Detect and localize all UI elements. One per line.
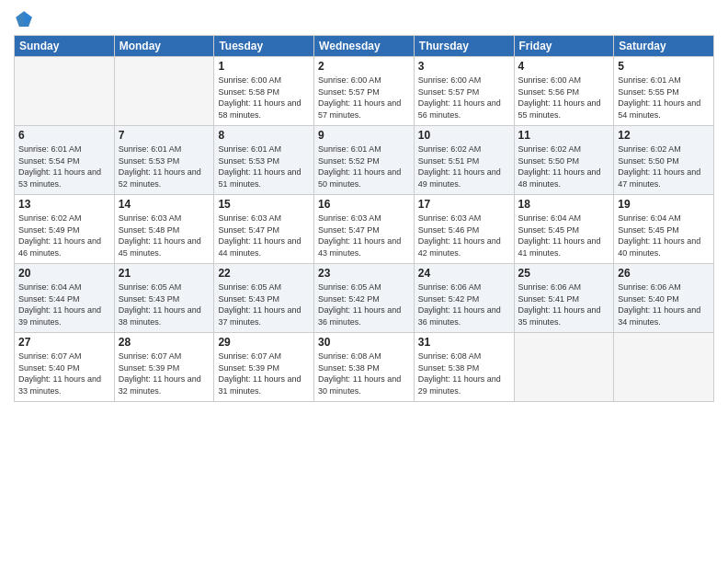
day-info: Sunrise: 6:01 AM Sunset: 5:52 PM Dayligh…: [318, 144, 410, 190]
day-number: 21: [119, 267, 210, 280]
day-info: Sunrise: 6:04 AM Sunset: 5:45 PM Dayligh…: [618, 213, 710, 259]
calendar-cell: 28Sunrise: 6:07 AM Sunset: 5:39 PM Dayli…: [114, 333, 214, 402]
calendar-cell: 8Sunrise: 6:01 AM Sunset: 5:53 PM Daylig…: [214, 126, 314, 195]
day-number: 15: [218, 198, 310, 211]
day-number: 4: [518, 60, 610, 73]
day-info: Sunrise: 6:07 AM Sunset: 5:40 PM Dayligh…: [18, 350, 110, 396]
day-number: 6: [18, 129, 110, 142]
col-header-friday: Friday: [514, 36, 614, 57]
day-info: Sunrise: 6:06 AM Sunset: 5:41 PM Dayligh…: [518, 282, 610, 327]
calendar-cell: 3Sunrise: 6:00 AM Sunset: 5:57 PM Daylig…: [414, 57, 514, 126]
calendar-header-row: SundayMondayTuesdayWednesdayThursdayFrid…: [15, 36, 714, 57]
day-number: 25: [518, 267, 610, 280]
day-number: 16: [318, 198, 410, 211]
day-info: Sunrise: 6:08 AM Sunset: 5:38 PM Dayligh…: [418, 350, 510, 396]
calendar-cell: 4Sunrise: 6:00 AM Sunset: 5:56 PM Daylig…: [514, 57, 614, 126]
calendar-cell: [514, 333, 614, 402]
calendar-week-3: 13Sunrise: 6:02 AM Sunset: 5:49 PM Dayli…: [15, 195, 714, 264]
day-info: Sunrise: 6:05 AM Sunset: 5:43 PM Dayligh…: [218, 282, 310, 327]
col-header-wednesday: Wednesday: [314, 36, 415, 57]
calendar-cell: 7Sunrise: 6:01 AM Sunset: 5:53 PM Daylig…: [114, 126, 214, 195]
calendar-cell: 27Sunrise: 6:07 AM Sunset: 5:40 PM Dayli…: [15, 333, 115, 402]
day-info: Sunrise: 6:05 AM Sunset: 5:42 PM Dayligh…: [318, 282, 410, 327]
page: SundayMondayTuesdayWednesdayThursdayFrid…: [0, 0, 728, 563]
day-info: Sunrise: 6:01 AM Sunset: 5:55 PM Dayligh…: [618, 75, 710, 121]
calendar: SundayMondayTuesdayWednesdayThursdayFrid…: [14, 35, 714, 402]
day-number: 9: [318, 129, 410, 142]
day-number: 23: [318, 267, 410, 280]
day-number: 5: [618, 60, 710, 73]
day-info: Sunrise: 6:00 AM Sunset: 5:57 PM Dayligh…: [418, 75, 510, 121]
calendar-cell: 16Sunrise: 6:03 AM Sunset: 5:47 PM Dayli…: [314, 195, 415, 264]
day-number: 24: [418, 267, 510, 280]
day-number: 30: [318, 336, 410, 349]
calendar-cell: 13Sunrise: 6:02 AM Sunset: 5:49 PM Dayli…: [15, 195, 115, 264]
day-number: 20: [18, 267, 110, 280]
calendar-cell: 10Sunrise: 6:02 AM Sunset: 5:51 PM Dayli…: [414, 126, 514, 195]
day-info: Sunrise: 6:03 AM Sunset: 5:46 PM Dayligh…: [418, 213, 510, 259]
calendar-cell: 14Sunrise: 6:03 AM Sunset: 5:48 PM Dayli…: [114, 195, 214, 264]
day-number: 28: [119, 336, 210, 349]
calendar-week-1: 1Sunrise: 6:00 AM Sunset: 5:58 PM Daylig…: [15, 57, 714, 126]
day-number: 12: [618, 129, 710, 142]
logo-icon: [14, 9, 34, 29]
calendar-cell: 17Sunrise: 6:03 AM Sunset: 5:46 PM Dayli…: [414, 195, 514, 264]
calendar-cell: 5Sunrise: 6:01 AM Sunset: 5:55 PM Daylig…: [614, 57, 714, 126]
calendar-week-5: 27Sunrise: 6:07 AM Sunset: 5:40 PM Dayli…: [15, 333, 714, 402]
day-number: 19: [618, 198, 710, 211]
day-info: Sunrise: 6:01 AM Sunset: 5:53 PM Dayligh…: [218, 144, 310, 190]
calendar-cell: [614, 333, 714, 402]
day-number: 17: [418, 198, 510, 211]
day-info: Sunrise: 6:01 AM Sunset: 5:53 PM Dayligh…: [119, 144, 210, 190]
day-info: Sunrise: 6:01 AM Sunset: 5:54 PM Dayligh…: [18, 144, 110, 190]
calendar-cell: 26Sunrise: 6:06 AM Sunset: 5:40 PM Dayli…: [614, 264, 714, 333]
calendar-cell: 29Sunrise: 6:07 AM Sunset: 5:39 PM Dayli…: [214, 333, 314, 402]
day-info: Sunrise: 6:00 AM Sunset: 5:58 PM Dayligh…: [218, 75, 310, 121]
day-number: 11: [518, 129, 610, 142]
calendar-cell: 6Sunrise: 6:01 AM Sunset: 5:54 PM Daylig…: [15, 126, 115, 195]
day-info: Sunrise: 6:06 AM Sunset: 5:40 PM Dayligh…: [618, 282, 710, 327]
calendar-cell: 20Sunrise: 6:04 AM Sunset: 5:44 PM Dayli…: [15, 264, 115, 333]
logo: [14, 9, 38, 29]
calendar-cell: [114, 57, 214, 126]
col-header-sunday: Sunday: [15, 36, 115, 57]
calendar-cell: 12Sunrise: 6:02 AM Sunset: 5:50 PM Dayli…: [614, 126, 714, 195]
calendar-cell: 21Sunrise: 6:05 AM Sunset: 5:43 PM Dayli…: [114, 264, 214, 333]
calendar-cell: 23Sunrise: 6:05 AM Sunset: 5:42 PM Dayli…: [314, 264, 415, 333]
calendar-cell: 30Sunrise: 6:08 AM Sunset: 5:38 PM Dayli…: [314, 333, 415, 402]
col-header-thursday: Thursday: [414, 36, 514, 57]
col-header-monday: Monday: [114, 36, 214, 57]
day-number: 2: [318, 60, 410, 73]
calendar-cell: 11Sunrise: 6:02 AM Sunset: 5:50 PM Dayli…: [514, 126, 614, 195]
calendar-week-2: 6Sunrise: 6:01 AM Sunset: 5:54 PM Daylig…: [15, 126, 714, 195]
day-info: Sunrise: 6:06 AM Sunset: 5:42 PM Dayligh…: [418, 282, 510, 327]
calendar-cell: 18Sunrise: 6:04 AM Sunset: 5:45 PM Dayli…: [514, 195, 614, 264]
calendar-cell: 19Sunrise: 6:04 AM Sunset: 5:45 PM Dayli…: [614, 195, 714, 264]
day-info: Sunrise: 6:04 AM Sunset: 5:44 PM Dayligh…: [18, 282, 110, 327]
calendar-cell: [15, 57, 115, 126]
day-info: Sunrise: 6:02 AM Sunset: 5:51 PM Dayligh…: [418, 144, 510, 190]
calendar-cell: 22Sunrise: 6:05 AM Sunset: 5:43 PM Dayli…: [214, 264, 314, 333]
day-number: 27: [18, 336, 110, 349]
day-number: 8: [218, 129, 310, 142]
day-number: 26: [618, 267, 710, 280]
calendar-cell: 31Sunrise: 6:08 AM Sunset: 5:38 PM Dayli…: [414, 333, 514, 402]
day-number: 31: [418, 336, 510, 349]
day-number: 18: [518, 198, 610, 211]
day-info: Sunrise: 6:03 AM Sunset: 5:47 PM Dayligh…: [218, 213, 310, 259]
day-info: Sunrise: 6:03 AM Sunset: 5:47 PM Dayligh…: [318, 213, 410, 259]
calendar-cell: 2Sunrise: 6:00 AM Sunset: 5:57 PM Daylig…: [314, 57, 415, 126]
day-number: 1: [218, 60, 310, 73]
day-info: Sunrise: 6:07 AM Sunset: 5:39 PM Dayligh…: [119, 350, 210, 396]
day-info: Sunrise: 6:08 AM Sunset: 5:38 PM Dayligh…: [318, 350, 410, 396]
day-info: Sunrise: 6:05 AM Sunset: 5:43 PM Dayligh…: [119, 282, 210, 327]
calendar-cell: 15Sunrise: 6:03 AM Sunset: 5:47 PM Dayli…: [214, 195, 314, 264]
day-number: 3: [418, 60, 510, 73]
day-info: Sunrise: 6:02 AM Sunset: 5:50 PM Dayligh…: [518, 144, 610, 190]
col-header-tuesday: Tuesday: [214, 36, 314, 57]
header: [14, 9, 714, 29]
day-number: 29: [218, 336, 310, 349]
day-number: 13: [18, 198, 110, 211]
day-info: Sunrise: 6:02 AM Sunset: 5:49 PM Dayligh…: [18, 213, 110, 259]
day-info: Sunrise: 6:03 AM Sunset: 5:48 PM Dayligh…: [119, 213, 210, 259]
